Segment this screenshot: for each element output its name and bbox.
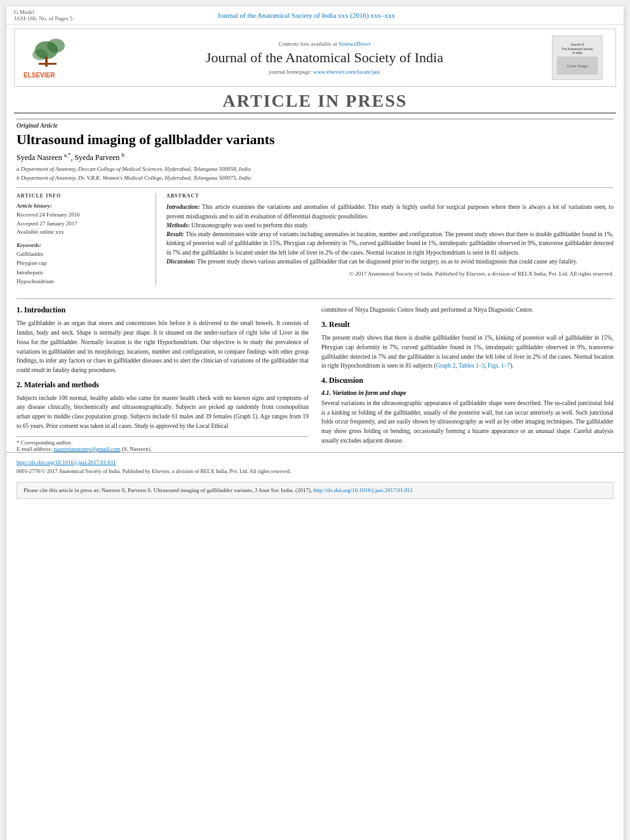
article-content: Original Article Ultrasound imaging of g… xyxy=(6,115,624,292)
svg-point-2 xyxy=(47,39,65,53)
journal-header: ELSEVIER Contents lists available at Sci… xyxy=(14,29,616,87)
keywords-label: Keywords: xyxy=(17,242,149,248)
contents-label: Contents lists available at ScienceDirec… xyxy=(104,41,546,47)
intro-text: This article examines the variations and… xyxy=(166,204,613,219)
body-content: 1. Introduction The gallbladder is an or… xyxy=(6,305,624,451)
methods-text: Ultrasonography was used to perform this… xyxy=(191,222,308,229)
authors: Syeda Nasreen a,*, Syeda Parveen b xyxy=(17,152,613,163)
article-info-column: ARTICLE INFO Article history: Received 2… xyxy=(17,193,156,286)
svg-rect-5 xyxy=(39,63,57,65)
section-divider xyxy=(17,298,613,299)
normal-label: Normal xyxy=(574,354,593,360)
journal-homepage: journal homepage: www.elsevier.com/locat… xyxy=(104,69,546,75)
citation-text: Please cite this article in press as: Na… xyxy=(23,487,312,493)
elsevier-logo-icon: ELSEVIER xyxy=(21,34,91,79)
homepage-link[interactable]: www.elsevier.com/locate/jasi xyxy=(313,69,380,75)
journal-citation: Journal of the Anatomical Society of Ind… xyxy=(217,11,395,19)
footer-links: http://dx.doi.org/10.1016/j.jasi.2017.01… xyxy=(6,452,624,468)
history-online: Available online xxx xyxy=(17,228,149,237)
svg-text:ELSEVIER: ELSEVIER xyxy=(23,72,55,79)
article-in-press-text: ARTICLE IN PRESS xyxy=(14,91,616,114)
article-info-heading: ARTICLE INFO xyxy=(17,193,149,199)
body-right-col: committee of Nitya Diagnostic Centre Stu… xyxy=(321,305,613,451)
history-accepted: Accepted 27 January 2017 xyxy=(17,220,149,229)
discussion-heading: 4. Discussion xyxy=(321,376,613,385)
svg-text:The Anatomical Society: The Anatomical Society xyxy=(561,48,593,51)
body-left-col: 1. Introduction The gallbladder is an or… xyxy=(17,305,309,451)
article-in-press-banner: ARTICLE IN PRESS xyxy=(6,91,624,115)
top-bar: G Model JASI-166; No. of Pages 5 Journal… xyxy=(6,6,624,25)
abstract-text: Introduction: This article examines the … xyxy=(166,203,613,266)
keyword-intrahepatic: Intrahepatic xyxy=(17,268,149,277)
doi-link[interactable]: http://dx.doi.org/10.1016/j.jasi.2017.01… xyxy=(17,459,116,465)
journal-title-area: Contents lists available at ScienceDirec… xyxy=(97,41,552,75)
corresponding-author-label: * Corresponding author. xyxy=(17,439,309,446)
intro-body: The gallbladder is an organ that stores … xyxy=(17,319,309,375)
keyword-hypochondrium: Hypochondrium xyxy=(17,277,149,286)
keyword-gallbladder: Gallbladder xyxy=(17,250,149,258)
tables-link[interactable]: Tables 1–3 xyxy=(459,363,485,369)
materials-heading: 2. Materials and methods xyxy=(17,380,309,390)
result-text: This study demonstrates wide array of va… xyxy=(166,231,613,256)
affiliation-a: a Department of Anatomy, Deccan College … xyxy=(17,165,613,174)
abstract-copyright: © 2017 Anatomical Society of India. Publ… xyxy=(166,270,613,279)
citation-doi-link[interactable]: http://dx.doi.org/10.1016/j.jasi.2017.01… xyxy=(313,487,413,493)
affiliations: a Department of Anatomy, Deccan College … xyxy=(17,165,613,182)
keyword-phrygian: Phrygian cap xyxy=(17,258,149,267)
methods-label: Methods: xyxy=(166,222,190,229)
result-heading: 3. Result xyxy=(321,320,613,330)
page: G Model JASI-166; No. of Pages 5 Journal… xyxy=(6,6,624,840)
svg-text:Cover Image: Cover Image xyxy=(567,64,588,68)
article-title: Ultrasound imaging of gallbladder varian… xyxy=(17,131,613,148)
journal-thumbnail-area: Journal of The Anatomical Society of Ind… xyxy=(552,36,609,80)
corresponding-author-note: * Corresponding author. E-mail address: … xyxy=(17,436,309,452)
svg-rect-4 xyxy=(45,57,48,67)
result-label: Result: xyxy=(166,231,184,237)
footer-copyright: 0003-2778/© 2017 Anatomical Society of I… xyxy=(6,468,624,477)
abstract-column: ABSTRACT Introduction: This article exam… xyxy=(166,193,613,286)
affiliation-b: b Department of Anatomy, Dr. V.R.K. Wome… xyxy=(17,174,613,183)
g-model-info: G Model JASI-166; No. of Pages 5 xyxy=(14,9,72,22)
svg-text:Journal of: Journal of xyxy=(571,43,584,46)
history-label: Article history: xyxy=(17,203,149,209)
sciencedirect-link[interactable]: ScienceDirect xyxy=(338,41,370,47)
discussion-sub-heading: 4.1. Variation in form and shape xyxy=(321,389,613,396)
svg-text:of India: of India xyxy=(572,51,582,55)
article-type: Original Article xyxy=(17,119,613,129)
discussion-label: Discussion: xyxy=(166,258,196,265)
intro-heading: 1. Introduction xyxy=(17,305,309,315)
abstract-heading: ABSTRACT xyxy=(166,193,613,199)
journal-title: Journal of the Anatomical Society of Ind… xyxy=(104,50,546,66)
intro-label: Introduction: xyxy=(166,204,200,210)
info-abstract-section: ARTICLE INFO Article history: Received 2… xyxy=(17,187,613,286)
result-body: The present study shows that there is do… xyxy=(321,333,613,371)
elsevier-logo-area: ELSEVIER xyxy=(21,34,97,81)
email-line: E-mail address: nasreenanatomy@gmail.com… xyxy=(17,446,309,452)
materials-body: Subjects include 100 normal, healthy adu… xyxy=(17,394,309,431)
email-link[interactable]: nasreenanatomy@gmail.com xyxy=(53,446,120,452)
history-received: Received 24 February 2016 xyxy=(17,211,149,220)
discussion-text: The present study shows various anomalie… xyxy=(197,258,577,265)
committee-text: committee of Nitya Diagnostic Centre Stu… xyxy=(321,305,613,315)
figs-link[interactable]: Figs. 1–7 xyxy=(488,363,510,369)
citation-box: Please cite this article in press as: Na… xyxy=(17,482,613,500)
graph2-link[interactable]: Graph 2 xyxy=(436,363,455,369)
discussion-body: Several variations in the ultrasonograph… xyxy=(321,399,613,446)
journal-thumbnail: Journal of The Anatomical Society of Ind… xyxy=(552,36,603,80)
